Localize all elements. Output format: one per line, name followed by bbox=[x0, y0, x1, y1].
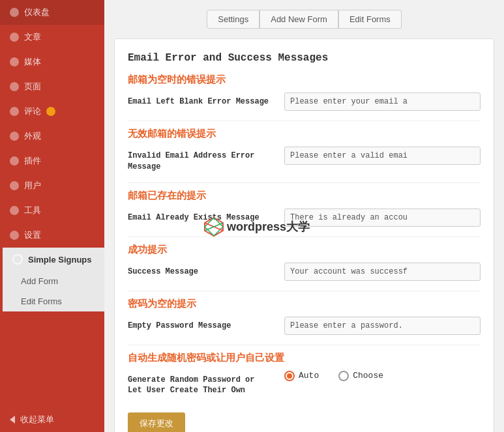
media-icon bbox=[10, 57, 19, 66]
appearance-icon bbox=[10, 132, 19, 141]
collapse-label: 收起菜单 bbox=[20, 414, 54, 425]
sidebar-item-settings[interactable]: 设置 bbox=[0, 223, 104, 248]
sidebar-item-pages[interactable]: 页面 bbox=[0, 74, 104, 99]
section-heading-1: 邮箱为空时的错误提示 bbox=[128, 74, 481, 86]
sidebar-plugin-section: Simple Signups Add Form Edit Forms bbox=[0, 248, 104, 311]
sidebar-item-label: 设置 bbox=[24, 229, 41, 241]
panel-title: Email Error and Success Messages bbox=[128, 52, 481, 64]
sidebar-item-label: 用户 bbox=[24, 180, 41, 192]
collapse-arrow-icon bbox=[10, 416, 15, 424]
radio-auto[interactable]: Auto bbox=[284, 371, 319, 381]
comments-icon bbox=[10, 107, 19, 116]
form-label-1: Email Left Blank Error Message bbox=[128, 93, 271, 108]
section-heading-5: 密码为空的提示 bbox=[128, 298, 481, 310]
sidebar-plugin-label: Simple Signups bbox=[28, 255, 92, 265]
save-button[interactable]: 保存更改 bbox=[128, 412, 185, 432]
form-row-1: Email Left Blank Error Message bbox=[128, 93, 481, 111]
form-label-2: Invalid Email Address Error Message bbox=[128, 147, 271, 173]
form-label-3: Email Already Exists Message bbox=[128, 209, 271, 223]
sidebar-item-tools[interactable]: 工具 bbox=[0, 198, 104, 223]
gear-icon bbox=[12, 254, 23, 265]
sidebar-item-label: 仪表盘 bbox=[24, 7, 50, 18]
posts-icon bbox=[10, 33, 19, 42]
sidebar-item-appearance[interactable]: 外观 bbox=[0, 124, 104, 149]
form-row-4: Success Message bbox=[128, 263, 481, 281]
form-row-3: Email Already Exists Message bbox=[128, 209, 481, 227]
comments-badge bbox=[46, 107, 55, 116]
sidebar-sub-edit-forms[interactable]: Edit Forms bbox=[3, 291, 104, 311]
section-heading-3: 邮箱已存在的提示 bbox=[128, 190, 481, 202]
sidebar-sub-add-form[interactable]: Add Form bbox=[3, 271, 104, 291]
radio-choose[interactable]: Choose bbox=[338, 371, 383, 381]
plugins-icon bbox=[10, 156, 19, 166]
sidebar-item-label: 外观 bbox=[24, 130, 41, 142]
radio-group-password: Auto Choose bbox=[284, 371, 481, 381]
settings-button[interactable]: Settings bbox=[207, 10, 259, 29]
sidebar-item-label: 文章 bbox=[24, 31, 41, 43]
form-row-2: Invalid Email Address Error Message bbox=[128, 147, 481, 173]
radio-choose-btn[interactable] bbox=[338, 371, 349, 381]
add-new-form-button[interactable]: Add New Form bbox=[259, 10, 338, 29]
settings-panel: Email Error and Success Messages 邮箱为空时的错… bbox=[114, 38, 494, 432]
sidebar-item-plugins[interactable]: 插件 bbox=[0, 149, 104, 173]
pages-icon bbox=[10, 82, 19, 91]
sidebar-item-label: 插件 bbox=[24, 155, 41, 167]
sidebar-item-media[interactable]: 媒体 bbox=[0, 50, 104, 74]
sidebar-item-label: 评论 bbox=[24, 106, 41, 117]
section-heading-2: 无效邮箱的错误提示 bbox=[128, 128, 481, 140]
form-row-radio: Generate Random Password or Let User Cre… bbox=[128, 371, 481, 397]
form-label-4: Success Message bbox=[128, 263, 271, 278]
radio-auto-label: Auto bbox=[299, 371, 319, 381]
form-label-5: Empty Password Message bbox=[128, 317, 271, 332]
sidebar-item-label: 工具 bbox=[24, 205, 41, 216]
sidebar-item-posts[interactable]: 文章 bbox=[0, 25, 104, 50]
main-content: Settings Add New Form Edit Forms Email E… bbox=[104, 0, 504, 432]
email-exists-input[interactable] bbox=[284, 209, 481, 227]
radio-choose-label: Choose bbox=[353, 371, 383, 381]
tools-icon bbox=[10, 206, 19, 215]
edit-forms-button[interactable]: Edit Forms bbox=[338, 10, 402, 29]
top-bar: Settings Add New Form Edit Forms bbox=[114, 10, 494, 29]
sidebar-item-label: 媒体 bbox=[24, 56, 41, 68]
sidebar-collapse-button[interactable]: 收起菜单 bbox=[0, 407, 104, 432]
sidebar-item-comments[interactable]: 评论 bbox=[0, 99, 104, 124]
empty-password-input[interactable] bbox=[284, 317, 481, 335]
section-heading-radio: 自动生成随机密码或让用户自己设置 bbox=[128, 352, 481, 364]
edit-forms-label: Edit Forms bbox=[21, 296, 62, 306]
sidebar: 仪表盘 文章 媒体 页面 评论 外观 插件 用户 工具 设置 S bbox=[0, 0, 104, 432]
sidebar-item-dashboard[interactable]: 仪表盘 bbox=[0, 0, 104, 25]
sidebar-item-users[interactable]: 用户 bbox=[0, 173, 104, 198]
section-heading-4: 成功提示 bbox=[128, 244, 481, 256]
form-label-radio: Generate Random Password or Let User Cre… bbox=[128, 371, 271, 397]
users-icon bbox=[10, 181, 19, 190]
radio-auto-btn[interactable] bbox=[284, 371, 295, 381]
settings-icon bbox=[10, 231, 19, 240]
add-form-label: Add Form bbox=[21, 276, 58, 286]
sidebar-plugin-main[interactable]: Simple Signups bbox=[3, 248, 104, 271]
dashboard-icon bbox=[10, 8, 19, 17]
form-row-5: Empty Password Message bbox=[128, 317, 481, 335]
sidebar-item-label: 页面 bbox=[24, 81, 41, 93]
invalid-email-error-input[interactable] bbox=[284, 147, 481, 165]
success-message-input[interactable] bbox=[284, 263, 481, 281]
email-blank-error-input[interactable] bbox=[284, 93, 481, 111]
